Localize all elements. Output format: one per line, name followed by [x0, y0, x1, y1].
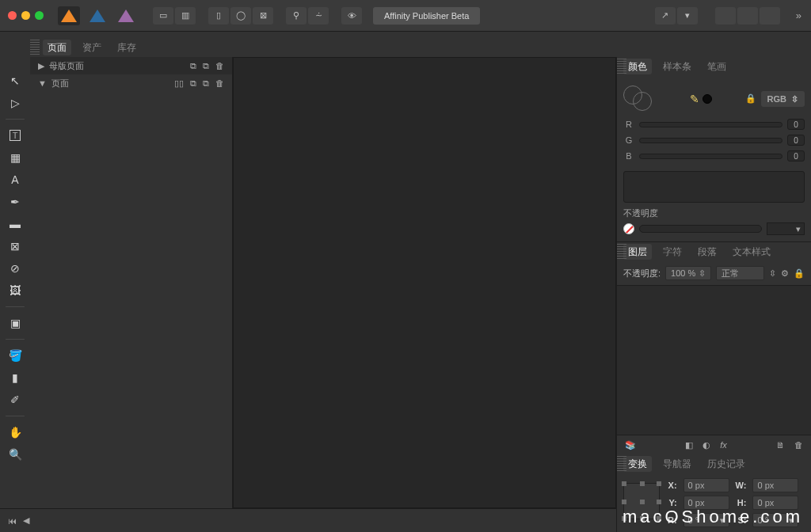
tool-transparency[interactable]: ▮	[5, 367, 25, 388]
tab-color[interactable]: 颜色	[623, 59, 652, 74]
tab-stroke[interactable]: 笔画	[702, 59, 731, 74]
layer-opacity-field[interactable]: 100 %⇳	[665, 266, 711, 280]
tab-paragraph[interactable]: 段落	[693, 244, 722, 260]
persona-switcher[interactable]	[58, 6, 137, 25]
toolbar-file-new-icon[interactable]: ▭	[153, 7, 173, 25]
no-color-icon[interactable]	[623, 223, 634, 234]
canvas-area[interactable]	[233, 57, 616, 508]
prev-page-icon[interactable]: ◀	[23, 515, 29, 526]
b-slider[interactable]	[639, 154, 782, 159]
x-label: X:	[668, 481, 677, 490]
delete-icon[interactable]: 🗑	[215, 61, 224, 71]
tool-vector-crop[interactable]: ▣	[5, 313, 25, 333]
fx-icon[interactable]: fx	[720, 440, 727, 450]
r-label: R	[623, 120, 634, 129]
tab-transform[interactable]: 变换	[623, 456, 652, 472]
new-page-icon[interactable]: ⧉	[203, 61, 209, 71]
disclosure-icon[interactable]: ▶	[38, 61, 44, 71]
window-controls[interactable]	[8, 11, 44, 20]
toolbar-shape-page-icon[interactable]: ▯	[208, 7, 229, 25]
tool-artistic-text[interactable]: A	[5, 169, 25, 190]
tab-assets[interactable]: 资产	[78, 40, 106, 55]
toolbar-extra-2[interactable]	[737, 7, 758, 25]
delete-layer-icon[interactable]: 🗑	[794, 440, 803, 450]
toolbar-extra-3[interactable]	[760, 7, 780, 25]
opacity-slider[interactable]	[639, 225, 762, 233]
r-value[interactable]: 0	[787, 119, 805, 130]
tool-pen[interactable]: ✒	[5, 192, 25, 212]
tool-move[interactable]: ↖	[5, 70, 25, 91]
toolbar-shape-oval-icon[interactable]: ◯	[230, 7, 251, 25]
new-page-icon[interactable]: ⧉	[203, 78, 209, 89]
duplicate-icon[interactable]: ⧉	[190, 78, 196, 89]
duplicate-icon[interactable]: ⧉	[190, 61, 196, 71]
tool-zoom[interactable]: 🔍	[5, 444, 25, 465]
tab-character[interactable]: 字符	[658, 244, 687, 260]
color-panel: ✎ 🔒 RGB ⇳ R 0 G 0 B 0	[617, 76, 811, 242]
current-color-dot[interactable]	[702, 94, 712, 104]
tab-history[interactable]: 历史记录	[702, 456, 750, 472]
tab-stock[interactable]: 库存	[112, 40, 141, 55]
tool-fill[interactable]: 🪣	[5, 345, 25, 366]
minimize-window[interactable]	[21, 11, 30, 20]
tool-pan[interactable]: ✋	[5, 422, 25, 443]
w-field[interactable]: 0 px	[752, 478, 798, 492]
pages-row[interactable]: ▼ 页面 ▯▯ ⧉ ⧉ 🗑	[30, 74, 232, 92]
close-window[interactable]	[8, 11, 17, 20]
g-value[interactable]: 0	[787, 135, 805, 146]
tab-swatches[interactable]: 样本条	[658, 59, 696, 74]
first-page-icon[interactable]: ⏮	[8, 516, 17, 526]
blend-mode-select[interactable]: 正常	[716, 266, 764, 280]
persona-designer[interactable]	[86, 6, 109, 25]
mask-icon[interactable]: ◧	[685, 440, 693, 450]
adjustment-icon[interactable]: ◐	[702, 440, 710, 450]
toolbar-align-icon[interactable]: ↗	[655, 7, 676, 25]
toolbar-pin-icon[interactable]: ⚲	[286, 7, 307, 25]
tab-pages[interactable]: 页面	[43, 40, 71, 55]
r-slider[interactable]	[639, 122, 782, 127]
lock-icon[interactable]: 🔒	[794, 268, 805, 279]
chevron-down-icon: ⇳	[791, 94, 798, 104]
chevron-down-icon: ▾	[796, 224, 801, 234]
color-mode-select[interactable]: RGB ⇳	[761, 91, 805, 107]
toolbar-align-dropdown-icon[interactable]: ▾	[677, 7, 698, 25]
opacity-field[interactable]: ▾	[767, 222, 805, 235]
eyedropper-icon[interactable]: ✎	[690, 93, 699, 105]
g-slider[interactable]	[639, 138, 782, 143]
b-value[interactable]: 0	[787, 150, 805, 162]
tool-rectangle[interactable]: ▬	[5, 214, 25, 234]
delete-icon[interactable]: 🗑	[215, 78, 224, 89]
tool-frame-text[interactable]: T	[5, 125, 25, 146]
maximize-window[interactable]	[35, 11, 44, 20]
tool-table[interactable]: ▦	[5, 147, 25, 168]
new-layer-icon[interactable]: 🗎	[776, 440, 785, 450]
tool-node[interactable]: ▷	[5, 93, 25, 113]
tab-layers[interactable]: 图层	[623, 244, 652, 260]
disclosure-icon[interactable]: ▼	[38, 78, 47, 88]
toolbar-shape-frame-icon[interactable]: ⊠	[253, 7, 273, 25]
persona-photo[interactable]	[115, 6, 137, 25]
master-pages-row[interactable]: ▶ 母版页面 ⧉ ⧉ 🗑	[30, 57, 232, 74]
tool-color-picker[interactable]: ✐	[5, 390, 25, 410]
tab-navigator[interactable]: 导航器	[658, 456, 696, 472]
tool-separator	[6, 339, 25, 340]
gear-icon[interactable]: ⚙	[781, 268, 789, 279]
tool-picture-frame[interactable]: ⊠	[5, 236, 25, 256]
layers-list[interactable]	[617, 285, 811, 435]
toolbar-preview-icon[interactable]: 👁	[341, 7, 362, 25]
fill-stroke-selector[interactable]	[623, 86, 657, 112]
right-studio: 颜色 样本条 笔画 ✎ 🔒 RGB ⇳ R 0	[616, 57, 811, 532]
tab-text-styles[interactable]: 文本样式	[728, 244, 775, 260]
blend-mode-stepper[interactable]: ⇳	[769, 268, 776, 279]
toolbar-file-recent-icon[interactable]: ▥	[175, 7, 196, 25]
tool-ellipse[interactable]: ⊘	[5, 258, 25, 279]
spread-icon[interactable]: ▯▯	[174, 78, 184, 89]
persona-publisher[interactable]	[58, 6, 80, 25]
tool-place-image[interactable]: 🖼	[5, 280, 25, 301]
layers-stack-icon[interactable]: 📚	[625, 440, 636, 450]
x-field[interactable]: 0 px	[683, 478, 729, 492]
lock-icon[interactable]: 🔒	[745, 93, 756, 104]
toolbar-overflow-icon[interactable]: »	[796, 10, 801, 21]
toolbar-extra-1[interactable]	[715, 7, 736, 25]
toolbar-link-icon[interactable]: ⩪	[308, 7, 329, 25]
